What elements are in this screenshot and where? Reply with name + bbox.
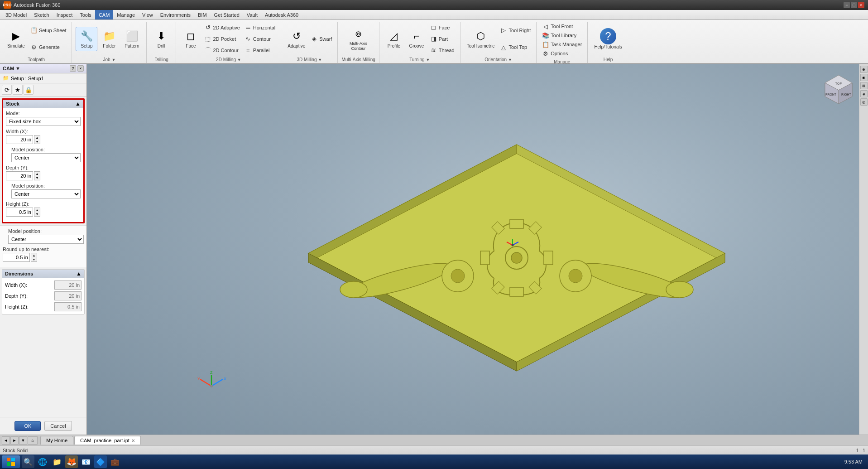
simulate-button[interactable]: ▶ Simulate [5,27,28,51]
dimensions-header[interactable]: Dimensions ▲ [2,270,84,278]
vp-tool-5[interactable]: ◎ [860,98,868,106]
help-tutorials-button[interactable]: ? Help/Tutorials [591,26,624,52]
setup-button[interactable]: 🔧 Setup [76,27,97,51]
vp-tool-4[interactable]: ◈ [860,90,868,97]
face-turn-button[interactable]: ◻ Face [428,23,456,32]
stock-width-spinner[interactable]: ▲ ▼ [34,135,40,144]
folder-button[interactable]: 📁 Folder [98,27,120,51]
menu-environments[interactable]: Environments [157,10,194,19]
ok-button[interactable]: OK [14,421,41,431]
drill-button[interactable]: ⬇ Drill [150,27,172,51]
menu-manage[interactable]: Manage [113,10,139,19]
close-button[interactable]: × [858,2,864,8]
dim-width-input[interactable] [54,280,82,290]
toolbar-star-button[interactable]: ★ [13,85,23,95]
stock-modelpos2-select[interactable]: Center [11,189,81,198]
panel-close-button[interactable]: × [77,65,84,72]
menu-get-started[interactable]: Get Started [211,10,243,19]
tab-cam-practice[interactable]: CAM_practice_part.ipt ✕ [74,436,141,445]
menu-tools[interactable]: Tools [76,10,95,19]
round-down[interactable]: ▼ [31,257,37,261]
setup-sheet-button[interactable]: 📋 Setup Sheet [29,26,68,35]
stock-modelpos1-select[interactable]: Center [11,153,81,162]
tool-library-button[interactable]: 📚 Tool Library [540,31,584,40]
stock-depth-input[interactable] [6,171,33,180]
cancel-button[interactable]: Cancel [44,421,72,431]
toolbar-lock-button[interactable]: 🔒 [24,85,34,95]
thread-button[interactable]: ≋ Thread [428,46,456,55]
stock-height-spinner[interactable]: ▲ ▼ [34,208,40,217]
vp-tool-1[interactable]: ⊕ [860,66,868,73]
menu-bim[interactable]: BIM [194,10,211,19]
taskbar-icon-1[interactable]: 🔍 [22,455,34,468]
multiaxis-contour-button[interactable]: ⊚ Multi-AxisContour [347,25,370,53]
task-manager-button[interactable]: 📋 Task Manager [540,40,584,49]
stock-mode-select[interactable]: Fixed size boxRelative size boxFixed siz… [6,117,81,126]
tree-item-setup[interactable]: 📁 Setup : Setup1 [0,73,86,83]
swarf-button[interactable]: ◈ Swarf [309,34,334,44]
tab-nav-home[interactable]: ⌂ [28,436,38,445]
tool-front-button[interactable]: ◁ Tool Front [540,22,584,31]
menu-3dmodel[interactable]: 3D Model [2,10,30,19]
stock-width-down[interactable]: ▼ [34,140,40,144]
round-up[interactable]: ▲ [31,253,37,257]
stock-depth-spinner[interactable]: ▲ ▼ [34,171,40,180]
minimize-button[interactable]: − [844,2,850,8]
taskbar-icon-7[interactable]: 💼 [109,455,121,468]
menu-autodesk-a360[interactable]: Autodesk A360 [261,10,302,19]
taskbar-icon-5[interactable]: 📧 [80,455,92,468]
viewcube[interactable]: TOP RIGHT FRONT [823,73,854,105]
taskbar-icon-2[interactable]: 🌐 [36,455,49,468]
2d-adaptive-button[interactable]: ↺ 2D Adaptive [202,23,241,32]
vp-tool-2[interactable]: ◉ [860,74,868,81]
tool-top-button[interactable]: △ Tool Top [498,43,532,52]
tab-nav-left[interactable]: ◄ [2,436,10,445]
menu-vault[interactable]: Vault [243,10,261,19]
pattern-button[interactable]: ⬜ Pattern [121,27,143,51]
taskbar-icon-4[interactable]: 🦊 [65,455,78,468]
menu-sketch[interactable]: Sketch [30,10,53,19]
modelpos3-select[interactable]: Center [8,235,84,244]
stock-depth-down[interactable]: ▼ [34,176,40,180]
panel-help-button[interactable]: ? [70,65,76,72]
2d-pocket-button[interactable]: ⬚ 2D Pocket [202,34,241,44]
menu-cam[interactable]: CAM [95,10,113,19]
contour-button[interactable]: ∿ Contour [243,34,278,44]
part-button[interactable]: ◨ Part [428,34,456,44]
groove-button[interactable]: ⌐ Groove [406,27,427,51]
options-button[interactable]: ⚙ Options [540,49,584,58]
dim-depth-input[interactable] [54,291,82,300]
face-button[interactable]: ◻ Face [180,27,201,51]
tab-nav-right[interactable]: ► [10,436,19,445]
round-spinner[interactable]: ▲ ▼ [31,253,37,262]
toolbar-refresh-button[interactable]: ⟳ [2,85,12,95]
round-input[interactable] [3,253,30,262]
stock-height-down[interactable]: ▼ [34,212,40,216]
2d-contour-button[interactable]: ⌒ 2D Contour [202,46,241,55]
tool-isometric-button[interactable]: ⬡ Tool Isometric [464,27,498,51]
stock-depth-up[interactable]: ▲ [34,172,40,176]
stock-height-up[interactable]: ▲ [34,208,40,212]
tab-nav-list[interactable]: ▼ [19,436,27,445]
stock-width-up[interactable]: ▲ [34,135,40,140]
maximize-button[interactable]: □ [851,2,857,8]
stock-height-input[interactable] [6,208,33,217]
tab-myhome[interactable]: My Home [40,436,73,445]
parallel-button[interactable]: ≡ Parallel [243,46,278,55]
viewport[interactable]: X Y Z [87,64,868,435]
taskbar-icon-3[interactable]: 📁 [51,455,63,468]
tool-right-button[interactable]: ▷ Tool Right [498,26,532,35]
taskbar-icon-6[interactable]: 🔷 [94,455,107,468]
profile-button[interactable]: ◿ Profile [383,27,405,51]
stock-width-input[interactable] [6,135,33,144]
tab-cam-close[interactable]: ✕ [131,438,135,443]
horizontal-button[interactable]: ═ Horizontal [243,23,278,32]
stock-section-header[interactable]: Stock ▲ [3,100,83,108]
menu-view[interactable]: View [139,10,157,19]
vp-tool-3[interactable]: ⊞ [860,82,868,89]
taskbar-start-button[interactable] [2,455,20,468]
dim-height-input[interactable] [54,302,82,311]
menu-inspect[interactable]: Inspect [53,10,76,19]
generate-button[interactable]: ⚙ Generate [29,43,68,52]
adaptive-button[interactable]: ↺ Adaptive [285,27,308,51]
